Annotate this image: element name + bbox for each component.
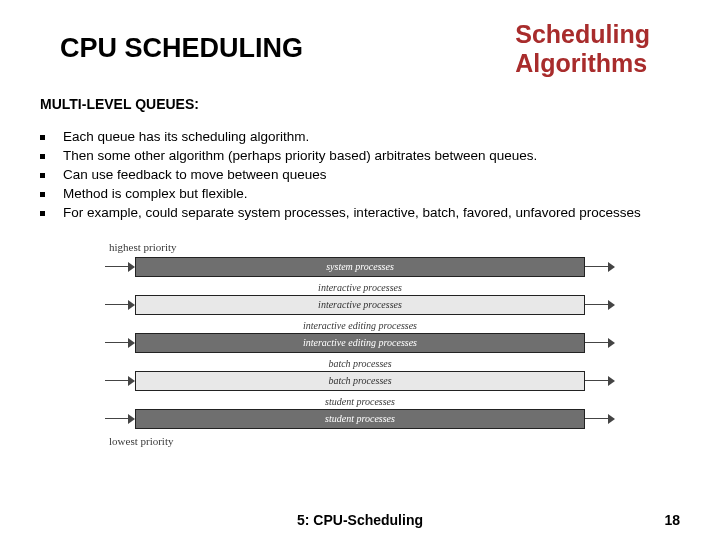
queue-label: system processes	[326, 261, 394, 272]
queue-box: interactive processes	[135, 295, 585, 315]
arrow-out-icon	[585, 300, 615, 310]
arrow-in-icon	[105, 262, 135, 272]
gap-label: batch processes	[328, 358, 391, 369]
queue-label: interactive editing processes	[303, 337, 417, 348]
arrow-out-icon	[585, 376, 615, 386]
bullet-text: For example, could separate system proce…	[63, 204, 641, 222]
title-left: CPU SCHEDULING	[60, 33, 303, 64]
gap-label: student processes	[325, 396, 395, 407]
bullet-text: Can use feedback to move between queues	[63, 166, 326, 184]
queue-gap: interactive editing processes	[105, 319, 615, 333]
queue-gap: student processes	[105, 395, 615, 409]
list-item: For example, could separate system proce…	[40, 204, 690, 222]
bullet-list: Each queue has its scheduling algorithm.…	[40, 128, 720, 223]
queue-box: interactive editing processes	[135, 333, 585, 353]
subheading: MULTI-LEVEL QUEUES:	[40, 96, 720, 112]
arrow-in-icon	[105, 300, 135, 310]
queue-box: system processes	[135, 257, 585, 277]
footer-center: 5: CPU-Scheduling	[0, 512, 720, 528]
queue-diagram: highest priority system processes intera…	[105, 241, 615, 447]
arrow-out-icon	[585, 338, 615, 348]
list-item: Method is complex but flexible.	[40, 185, 690, 203]
queue-box: student processes	[135, 409, 585, 429]
queue-row: student processes	[105, 409, 615, 429]
queue-label: batch processes	[328, 375, 391, 386]
queue-gap: interactive processes	[105, 281, 615, 295]
list-item: Each queue has its scheduling algorithm.	[40, 128, 690, 146]
highest-priority-label: highest priority	[109, 241, 615, 253]
gap-label: interactive processes	[318, 282, 402, 293]
title-right: Scheduling Algorithms	[515, 20, 650, 78]
slide-header: CPU SCHEDULING Scheduling Algorithms	[0, 0, 720, 78]
title-right-line2: Algorithms	[515, 49, 650, 78]
bullet-icon	[40, 135, 45, 140]
bullet-icon	[40, 154, 45, 159]
queue-row: batch processes	[105, 371, 615, 391]
bullet-text: Method is complex but flexible.	[63, 185, 248, 203]
bullet-text: Then some other algorithm (perhaps prior…	[63, 147, 537, 165]
queue-row: interactive processes	[105, 295, 615, 315]
gap-label: interactive editing processes	[303, 320, 417, 331]
queue-row: interactive editing processes	[105, 333, 615, 353]
lowest-priority-label: lowest priority	[109, 435, 615, 447]
bullet-text: Each queue has its scheduling algorithm.	[63, 128, 309, 146]
page-number: 18	[664, 512, 680, 528]
queue-label: interactive processes	[318, 299, 402, 310]
queue-label: student processes	[325, 413, 395, 424]
list-item: Then some other algorithm (perhaps prior…	[40, 147, 690, 165]
arrow-in-icon	[105, 376, 135, 386]
queue-row: system processes	[105, 257, 615, 277]
bullet-icon	[40, 211, 45, 216]
bullet-icon	[40, 192, 45, 197]
queue-gap: batch processes	[105, 357, 615, 371]
title-right-line1: Scheduling	[515, 20, 650, 49]
arrow-out-icon	[585, 262, 615, 272]
arrow-out-icon	[585, 414, 615, 424]
queue-box: batch processes	[135, 371, 585, 391]
arrow-in-icon	[105, 338, 135, 348]
arrow-in-icon	[105, 414, 135, 424]
list-item: Can use feedback to move between queues	[40, 166, 690, 184]
bullet-icon	[40, 173, 45, 178]
